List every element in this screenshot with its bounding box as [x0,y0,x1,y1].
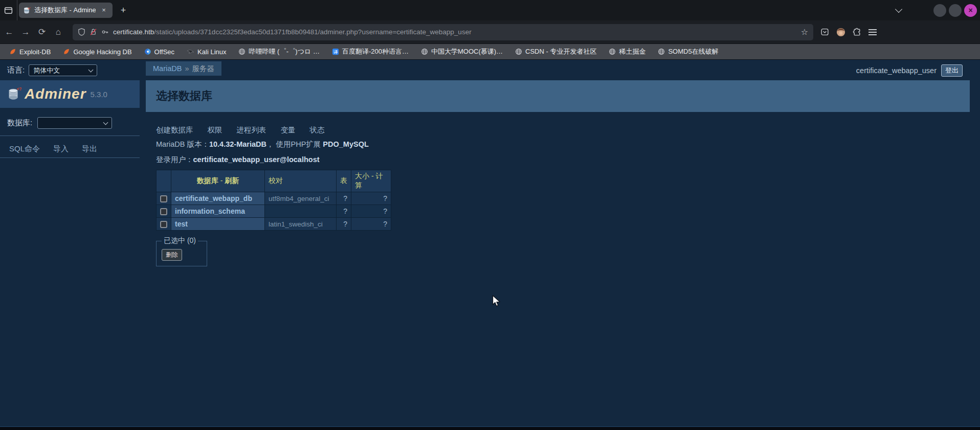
action-create-database[interactable]: 创建数据库 [156,125,193,135]
bookmark-item[interactable]: Exploit-DB [9,48,51,56]
bookmark-item[interactable]: 中国大学MOOC(慕课)… [421,47,503,56]
language-label: 语言: [7,65,25,75]
tab-title: 选择数据库 - Adminer [34,6,96,15]
sidebar-link-export[interactable]: 导出 [82,144,97,154]
bookmark-item[interactable]: 哔哩哔哩 (゜-゜)つロ … [238,47,319,56]
hamburger-menu-icon [868,32,877,33]
action-status[interactable]: 状态 [310,125,325,135]
tab-close-icon[interactable]: × [99,6,108,15]
row-checkbox[interactable] [160,221,167,228]
offsec-icon [144,48,151,55]
chevron-down-icon [103,120,108,125]
url-host: certificate.htb [113,28,154,36]
extensions-puzzle-icon [853,28,861,36]
bookmark-item[interactable]: 译 百度翻译-200种语言… [332,47,409,56]
adminer-page: 语言: 简体中文 <? Adminer 5.3.0 数据库: SQL命令 导入 … [0,60,980,430]
url-text[interactable]: certificate.htb/static/uploads/371dcc232… [113,28,797,36]
row-checkbox[interactable] [160,195,167,202]
tracking-shield-icon[interactable] [78,28,85,36]
bookmark-item[interactable]: Google Hacking DB [63,48,131,56]
extensions-button[interactable] [853,28,861,36]
bookmark-item[interactable]: OffSec [144,48,175,56]
back-button[interactable]: ← [2,27,16,37]
app-menu-button[interactable] [868,32,877,33]
login-prefix: 登录用户： [156,155,193,164]
adminer-app-name: Adminer [25,86,86,102]
globe-icon [421,48,428,55]
version-mid: ， 使用PHP扩展 [266,140,323,148]
tables-count: ? [337,205,351,218]
delete-button[interactable]: 删除 [162,249,182,261]
pocket-save-button[interactable] [820,28,829,36]
insecure-lock-icon[interactable] [90,28,97,36]
database-table: 数据库 - 刷新 校对 表 大小 - 计算 certificate_webapp… [156,170,391,231]
browser-tab[interactable]: <? 选择数据库 - Adminer × [19,3,113,18]
action-privileges[interactable]: 权限 [208,125,222,135]
size-value: ? [351,192,391,205]
language-select[interactable]: 简体中文 [29,64,97,76]
exploitdb-icon [63,48,70,55]
action-variables[interactable]: 变量 [281,125,296,135]
sidebar-link-import[interactable]: 导入 [53,144,69,154]
action-process-list[interactable]: 进程列表 [237,125,266,135]
bookmark-star-icon[interactable]: ☆ [801,27,808,37]
breadcrumb-server-link[interactable]: MariaDB [153,64,182,73]
bookmark-label: Exploit-DB [19,48,51,56]
globe-icon [609,48,616,55]
adminer-version: 5.3.0 [91,90,107,99]
bookmark-item[interactable]: SOMD5在线破解 [658,47,718,56]
selected-legend: 已选中 (0) [162,236,198,245]
database-link[interactable]: certificate_webapp_db [175,194,252,202]
refresh-link[interactable]: 刷新 [225,176,239,185]
column-header-tables[interactable]: 表 [340,176,347,185]
table-row: information_schema ? ? [157,205,391,218]
home-icon: ⌂ [56,27,61,37]
home-button[interactable]: ⌂ [51,27,65,37]
version-value: 10.4.32-MariaDB [209,140,266,148]
version-line: MariaDB 版本：10.4.32-MariaDB， 使用PHP扩展 PDO_… [156,140,369,149]
login-user-value: certificate_webapp_user@localhost [193,155,320,164]
page-title: 选择数据库 [156,88,212,104]
bookmark-label: 百度翻译-200种语言… [342,47,409,56]
selected-fieldset: 已选中 (0) 删除 [156,236,207,266]
column-header-size: 大小 [355,172,369,180]
logout-button[interactable]: 登出 [941,64,963,77]
row-checkbox[interactable] [160,208,167,215]
tables-count: ? [337,218,351,231]
list-all-tabs-chevron-icon[interactable] [895,6,902,13]
svg-text:译: 译 [333,50,338,55]
bookmark-label: 中国大学MOOC(慕课)… [431,47,503,56]
maximize-button[interactable] [949,4,962,17]
close-window-button[interactable]: × [964,4,977,17]
mouse-cursor-icon [492,295,502,308]
globe-icon [238,48,246,55]
minimize-button[interactable] [933,4,946,17]
permissions-key-icon[interactable] [101,28,109,36]
reload-button[interactable]: ⟳ [35,27,49,37]
collation-value: utf8mb4_general_ci [265,192,337,205]
adminer-logo-icon: <? [6,86,21,102]
php-extension-value: PDO_MySQL [323,140,368,148]
sidebar-link-sql-command[interactable]: SQL命令 [9,144,40,154]
database-select[interactable] [37,117,112,129]
database-link[interactable]: test [175,220,188,228]
bookmark-item[interactable]: CSDN - 专业开发者社区 [515,47,596,56]
column-header-collation[interactable]: 校对 [269,176,283,185]
bookmark-item[interactable]: 稀土掘金 [609,47,645,56]
database-label: 数据库: [7,118,32,128]
database-link[interactable]: information_schema [175,207,245,215]
forward-button[interactable]: → [18,27,33,37]
sidebar: 语言: 简体中文 <? Adminer 5.3.0 数据库: SQL命令 导入 … [0,60,140,430]
collation-value [265,205,337,218]
url-bar[interactable]: certificate.htb/static/uploads/371dcc232… [73,24,813,40]
account-button[interactable] [836,28,845,37]
svg-text:<?: <? [28,7,31,10]
new-tab-button[interactable]: + [116,5,131,16]
table-header-row: 数据库 - 刷新 校对 表 大小 - 计算 [157,170,391,192]
title-band: 选择数据库 [146,80,970,112]
chevron-down-icon [88,67,94,72]
firefox-view-button[interactable] [0,0,17,20]
adminer-logo[interactable]: <? Adminer 5.3.0 [0,80,140,108]
bookmark-item[interactable]: Kali Linux [187,48,226,56]
tab-bar: <? 选择数据库 - Adminer × + × [0,0,980,20]
